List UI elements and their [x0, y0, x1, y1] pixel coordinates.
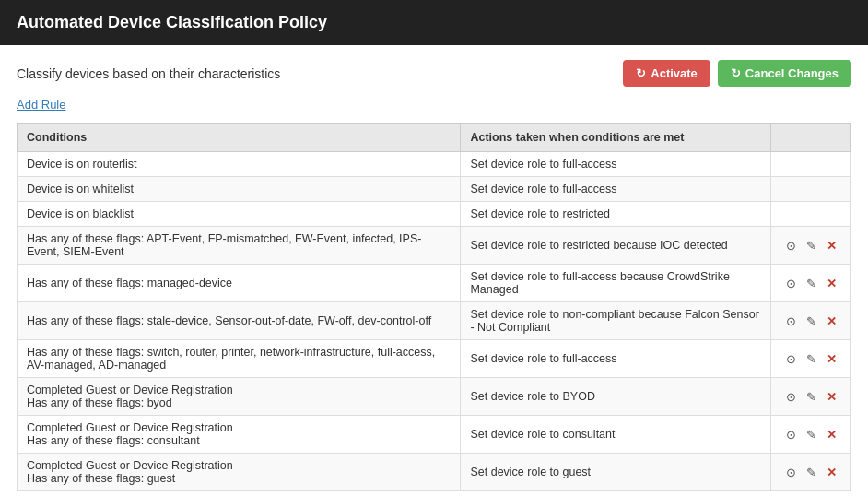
edit-icon-button[interactable]: ✎ — [801, 273, 821, 293]
table-row: Has any of these flags: APT-Event, FP-mi… — [18, 227, 851, 265]
icon-cell: ⊙✎✕ — [771, 340, 851, 378]
action-cell: Set device role to non-compliant because… — [461, 302, 771, 340]
page-header: Automated Device Classification Policy — [0, 0, 868, 45]
main-content: Classify devices based on their characte… — [0, 45, 868, 496]
condition-cell: Device is on blacklist — [18, 202, 461, 227]
edit-icon-button[interactable]: ✎ — [801, 462, 821, 482]
edit-icon-button[interactable]: ✎ — [801, 424, 821, 444]
info-icon-button[interactable]: ⊙ — [780, 235, 801, 255]
info-icon-button[interactable]: ⊙ — [780, 348, 801, 369]
action-buttons: ↻ Activate ↻ Cancel Changes — [623, 60, 851, 87]
col-conditions: Conditions — [18, 124, 461, 152]
action-cell: Set device role to BYOD — [461, 378, 771, 416]
table-row: Device is on whitelistSet device role to… — [18, 177, 851, 202]
action-cell: Set device role to full-access because C… — [461, 265, 771, 302]
condition-cell: Completed Guest or Device RegistrationHa… — [18, 454, 461, 491]
condition-cell: Device is on routerlist — [18, 152, 461, 177]
action-cell: Set device role to restricted — [461, 202, 771, 227]
info-icon-button[interactable]: ⊙ — [780, 424, 801, 444]
icon-cell — [771, 202, 851, 227]
activate-button[interactable]: ↻ Activate — [623, 60, 710, 87]
condition-cell: Has any of these flags: stale-device, Se… — [18, 302, 461, 340]
cancel-changes-button[interactable]: ↻ Cancel Changes — [718, 60, 851, 87]
delete-icon-button[interactable]: ✕ — [821, 348, 841, 369]
icon-cell: ⊙✎✕ — [771, 416, 851, 454]
condition-cell: Completed Guest or Device RegistrationHa… — [18, 378, 461, 416]
info-icon-button[interactable]: ⊙ — [780, 386, 801, 407]
table-row: Has any of these flags: switch, router, … — [18, 340, 851, 378]
icon-cell: ⊙✎✕ — [771, 302, 851, 340]
condition-cell: Has any of these flags: switch, router, … — [18, 340, 461, 378]
table-row: Completed Guest or Device RegistrationHa… — [18, 416, 851, 454]
table-row: Has any of these flags: managed-deviceSe… — [18, 265, 851, 302]
edit-icon-button[interactable]: ✎ — [801, 311, 821, 331]
cancel-refresh-icon: ↻ — [731, 66, 741, 80]
action-cell: Set device role to full-access — [461, 177, 771, 202]
rules-table: Conditions Actions taken when conditions… — [17, 123, 851, 491]
icon-cell — [771, 152, 851, 177]
table-row: Device is on blacklistSet device role to… — [18, 202, 851, 227]
condition-cell: Device is on whitelist — [18, 177, 461, 202]
action-cell: Set device role to full-access — [461, 152, 771, 177]
icon-cell: ⊙✎✕ — [771, 378, 851, 416]
edit-icon-button[interactable]: ✎ — [801, 235, 821, 255]
table-header-row: Conditions Actions taken when conditions… — [18, 124, 851, 152]
action-cell: Set device role to full-access — [461, 340, 771, 378]
add-rule-link[interactable]: Add Rule — [17, 98, 65, 112]
info-icon-button[interactable]: ⊙ — [780, 311, 801, 331]
delete-icon-button[interactable]: ✕ — [821, 386, 841, 407]
activate-label: Activate — [651, 66, 698, 80]
delete-icon-button[interactable]: ✕ — [821, 462, 841, 482]
delete-icon-button[interactable]: ✕ — [821, 311, 841, 331]
delete-icon-button[interactable]: ✕ — [821, 235, 841, 255]
action-cell: Set device role to restricted because IO… — [461, 227, 771, 265]
table-row: Completed Guest or Device RegistrationHa… — [18, 378, 851, 416]
top-bar: Classify devices based on their characte… — [17, 60, 851, 87]
condition-cell: Has any of these flags: managed-device — [18, 265, 461, 302]
activate-refresh-icon: ↻ — [636, 66, 646, 80]
action-cell: Set device role to consultant — [461, 416, 771, 454]
info-icon-button[interactable]: ⊙ — [780, 273, 801, 293]
page-title: Automated Device Classification Policy — [17, 13, 327, 31]
edit-icon-button[interactable]: ✎ — [801, 386, 821, 407]
icon-cell: ⊙✎✕ — [771, 265, 851, 302]
action-cell: Set device role to guest — [461, 454, 771, 491]
cancel-label: Cancel Changes — [745, 66, 839, 80]
icon-cell — [771, 177, 851, 202]
col-actions: Actions taken when conditions are met — [461, 124, 771, 152]
delete-icon-button[interactable]: ✕ — [821, 273, 841, 293]
edit-icon-button[interactable]: ✎ — [801, 348, 821, 369]
icon-cell: ⊙✎✕ — [771, 227, 851, 265]
table-row: Device is on routerlistSet device role t… — [18, 152, 851, 177]
delete-icon-button[interactable]: ✕ — [821, 424, 841, 444]
table-row: Completed Guest or Device RegistrationHa… — [18, 454, 851, 491]
info-icon-button[interactable]: ⊙ — [780, 462, 801, 482]
condition-cell: Completed Guest or Device RegistrationHa… — [18, 416, 461, 454]
icon-cell: ⊙✎✕ — [771, 454, 851, 491]
condition-cell: Has any of these flags: APT-Event, FP-mi… — [18, 227, 461, 265]
table-row: Has any of these flags: stale-device, Se… — [18, 302, 851, 340]
col-controls — [771, 124, 851, 152]
page-subtitle: Classify devices based on their characte… — [17, 66, 280, 81]
